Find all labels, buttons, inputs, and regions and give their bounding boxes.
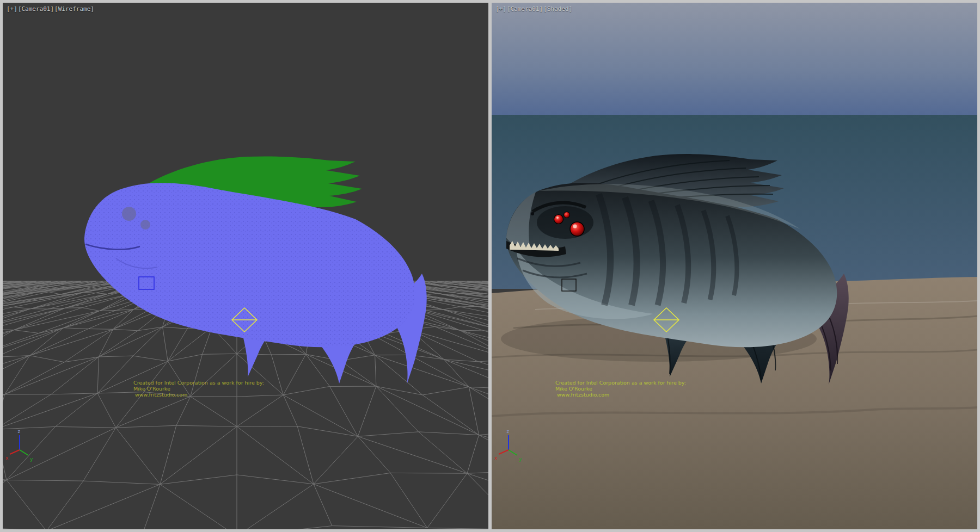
credit-line-2: Mike O'Rourke xyxy=(133,386,170,392)
viewport-canvas-wireframe[interactable]: Created for Intel Corporation as a work … xyxy=(3,3,488,529)
viewport-label: [+] [Camera01] [Wireframe] xyxy=(7,5,94,13)
viewport-layout: [+] [Camera01] [Wireframe] xyxy=(0,0,980,532)
eye-large-glint xyxy=(573,225,577,228)
nostril xyxy=(531,212,534,215)
eye-small xyxy=(564,212,570,218)
credit-line-1: Created for Intel Corporation as a work … xyxy=(133,380,264,386)
eye-mid xyxy=(554,215,564,224)
viewport-menu-plus[interactable]: [+] xyxy=(495,5,506,13)
viewport-label: [+] [Camera01] [Shaded] xyxy=(495,5,572,13)
eye-socket xyxy=(537,206,593,239)
eye-spot-small xyxy=(140,220,150,230)
viewport-menu-camera[interactable]: [Camera01] xyxy=(18,5,54,13)
eye-spot-large xyxy=(122,207,136,221)
credit-line-2: Mike O'Rourke xyxy=(555,386,592,392)
eye-mid-glint xyxy=(556,216,559,219)
viewport-canvas-shaded[interactable]: Created for Intel Corporation as a work … xyxy=(492,3,977,529)
viewport-wireframe[interactable]: [+] [Camera01] [Wireframe] xyxy=(3,3,488,529)
axis-label-z: z xyxy=(506,429,509,434)
axis-label-y: y xyxy=(30,456,33,462)
eye-large xyxy=(570,222,584,236)
credit-line-3: www.fritzstudio.com xyxy=(135,392,187,398)
axis-label-y: y xyxy=(519,456,522,462)
axis-label-z: z xyxy=(17,429,20,434)
viewport-shaded[interactable]: [+] [Camera01] [Shaded] xyxy=(492,3,977,529)
viewport-menu-camera[interactable]: [Camera01] xyxy=(507,5,543,13)
credit-line-3: www.fritzstudio.com xyxy=(557,392,609,398)
sky xyxy=(492,3,977,115)
viewport-menu-plus[interactable]: [+] xyxy=(7,5,17,13)
credit-line-1: Created for Intel Corporation as a work … xyxy=(555,380,686,386)
viewport-menu-shading[interactable]: [Shaded] xyxy=(543,5,572,13)
axis-label-x: x xyxy=(494,455,498,461)
axis-label-x: x xyxy=(5,455,9,461)
viewport-menu-shading[interactable]: [Wireframe] xyxy=(54,5,94,13)
